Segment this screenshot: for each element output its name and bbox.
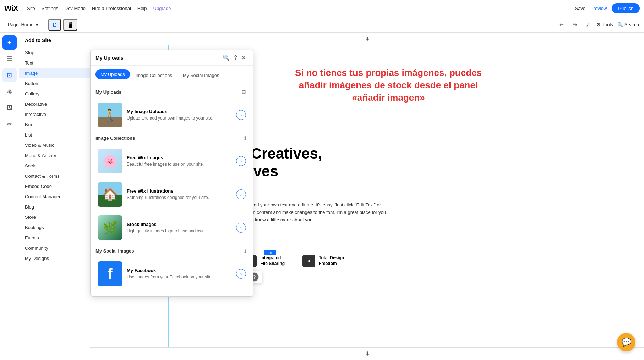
- wix-logo: WiX: [4, 4, 18, 13]
- close-panel-button[interactable]: ✕: [239, 54, 248, 62]
- wix-images-arrow-button[interactable]: ›: [236, 156, 246, 166]
- stock-info: Stock Images High quality images to purc…: [127, 222, 232, 234]
- panel-item-social[interactable]: Social: [19, 161, 90, 171]
- mobile-icon[interactable]: 📱: [63, 19, 77, 31]
- collections-section-header: Image Collections ℹ: [95, 134, 248, 142]
- panel-item-strip[interactable]: Strip: [19, 48, 90, 58]
- panel-content: My Uploads ⊞ 🚶 My Image Uploads Upload a…: [91, 82, 253, 296]
- tools-icon: ⚙: [596, 22, 601, 27]
- nav-site[interactable]: Site: [27, 6, 35, 11]
- panel-item-gallery[interactable]: Gallery: [19, 89, 90, 99]
- panel-item-bookings[interactable]: Bookings: [19, 222, 90, 233]
- nav-hire[interactable]: Hire a Professional: [92, 6, 131, 11]
- top-nav: WiX Site Settings Dev Mode Hire a Profes…: [0, 0, 644, 17]
- preview-button[interactable]: Preview: [590, 6, 607, 11]
- canvas-bottom-download-button[interactable]: ⬇: [365, 350, 370, 357]
- panel-item-events[interactable]: Events: [19, 233, 90, 243]
- help-panel-button[interactable]: ?: [232, 54, 239, 62]
- illustrations-info: Free Wix Illustrations Stunning illustra…: [127, 188, 232, 201]
- stock-images-item[interactable]: 🌿 Stock Images High quality images to pu…: [95, 212, 248, 244]
- text-badge: Text: [264, 250, 276, 255]
- add-panel: Add to Site Strip Text Image Button Gall…: [19, 33, 90, 360]
- panel-item-box[interactable]: Box: [19, 120, 90, 130]
- panel-item-image[interactable]: Image: [19, 68, 90, 78]
- panel-item-community[interactable]: Community: [19, 243, 90, 253]
- search-panel-button[interactable]: 🔍: [220, 54, 232, 62]
- panel-item-text[interactable]: Text: [19, 58, 90, 68]
- illustrations-name: Free Wix Illustrations: [127, 188, 232, 194]
- page-selector[interactable]: Page: Home ▼: [5, 21, 42, 29]
- design-freedom-label: Total DesignFreedom: [319, 255, 344, 266]
- publish-button[interactable]: Publish: [612, 3, 640, 13]
- my-facebook-item[interactable]: f My Facebook Use images from your Faceb…: [95, 258, 248, 290]
- nav-devmode[interactable]: Dev Mode: [65, 6, 86, 11]
- desktop-icon[interactable]: 🖥: [48, 19, 61, 31]
- wix-images-info: Free Wix Images Beautiful free images to…: [127, 155, 232, 167]
- tab-image-collections[interactable]: Image Collections: [131, 69, 177, 82]
- add-element-button[interactable]: +: [2, 35, 17, 50]
- panel-item-store[interactable]: Store: [19, 212, 90, 222]
- undo-button[interactable]: ↩: [557, 20, 566, 29]
- free-wix-images-item[interactable]: 🌸 Free Wix Images Beautiful free images …: [95, 145, 248, 177]
- uploads-arrow-button[interactable]: ›: [236, 110, 246, 120]
- chevron-down-icon: ▼: [35, 22, 39, 27]
- main-layout: + ☰ ⊡ ◈ 🖼 ✏ Add to Site Strip Text Image…: [0, 33, 644, 360]
- illustrations-arrow-button[interactable]: ›: [236, 189, 246, 199]
- nav-settings[interactable]: Settings: [42, 6, 58, 11]
- text-badge-container: Text: [264, 250, 276, 255]
- canvas-top-bar: ⬇: [90, 33, 644, 45]
- social-info-icon[interactable]: ℹ: [242, 247, 248, 254]
- pages-icon[interactable]: ☰: [2, 52, 17, 66]
- tab-social-images[interactable]: My Social Images: [178, 69, 224, 82]
- facebook-arrow-button[interactable]: ›: [236, 269, 246, 279]
- canvas-bottom-bar: ⬇: [90, 347, 644, 360]
- elements-icon[interactable]: ⊡: [2, 68, 17, 82]
- redo-button[interactable]: ↪: [570, 20, 579, 29]
- facebook-info: My Facebook Use images from your Faceboo…: [127, 268, 232, 280]
- nav-help[interactable]: Help: [137, 6, 147, 11]
- panel-item-embed[interactable]: Embed Code: [19, 181, 90, 192]
- media-icon[interactable]: 🖼: [2, 101, 17, 115]
- panel-item-blog[interactable]: Blog: [19, 202, 90, 212]
- add-panel-title: Add to Site: [19, 38, 90, 48]
- secondary-bar: Page: Home ▼ 🖥 📱 ↩ ↪ ⤢ ⚙ Tools 🔍 Search: [0, 17, 644, 33]
- file-sharing-label: IntegratedFile Sharing: [260, 255, 285, 266]
- panel-item-list[interactable]: List: [19, 130, 90, 140]
- panel-item-video[interactable]: Video & Music: [19, 140, 90, 150]
- panel-item-contact[interactable]: Contact & Forms: [19, 171, 90, 181]
- uploads-info: My Image Uploads Upload and add your own…: [127, 109, 232, 121]
- panel-item-content[interactable]: Content Manager: [19, 192, 90, 202]
- panel-item-menu[interactable]: Menu & Anchor: [19, 150, 90, 161]
- stock-arrow-button[interactable]: ›: [236, 223, 246, 233]
- my-uploads-grid-icon[interactable]: ⊞: [240, 88, 248, 95]
- panel-item-interactive[interactable]: Interactive: [19, 109, 90, 120]
- canvas-download-button[interactable]: ⬇: [365, 35, 370, 42]
- tab-my-uploads[interactable]: My Uploads: [95, 69, 130, 79]
- wix-images-thumbnail: 🌸: [98, 149, 122, 173]
- panel-item-mydesigns[interactable]: My Designs: [19, 253, 90, 264]
- panel-item-button[interactable]: Button: [19, 78, 90, 89]
- design-icon[interactable]: ◈: [2, 84, 17, 99]
- icon-sidebar: + ☰ ⊡ ◈ 🖼 ✏: [0, 33, 19, 360]
- my-image-uploads-item[interactable]: 🚶 My Image Uploads Upload and add your o…: [95, 99, 248, 131]
- social-section-header: My Social Images ℹ: [95, 247, 248, 254]
- design-freedom-icon: ✦: [302, 255, 315, 267]
- wix-images-name: Free Wix Images: [127, 155, 232, 160]
- search-button-secondary[interactable]: 🔍 Search: [617, 22, 639, 27]
- social-title: My Social Images: [95, 248, 134, 254]
- page-label: Page: Home: [8, 22, 33, 27]
- image-panel-header: My Uploads 🔍 ? ✕: [91, 50, 253, 66]
- facebook-thumbnail: f: [98, 261, 122, 286]
- save-button[interactable]: Save: [575, 6, 585, 11]
- chat-button[interactable]: 💬: [617, 333, 635, 351]
- fullscreen-icon[interactable]: ⤢: [583, 20, 592, 29]
- stock-thumbnail: 🌿: [98, 215, 122, 240]
- apps-icon[interactable]: ✏: [2, 117, 17, 131]
- collections-info-icon[interactable]: ℹ: [242, 134, 248, 142]
- panel-item-decorative[interactable]: Decorative: [19, 99, 90, 109]
- nav-upgrade[interactable]: Upgrade: [153, 6, 171, 11]
- tools-button[interactable]: ⚙ Tools: [596, 22, 613, 27]
- free-wix-illustrations-item[interactable]: 🏠 Free Wix Illustrations Stunning illust…: [95, 178, 248, 210]
- search-label-secondary: Search: [624, 22, 639, 27]
- uploads-name: My Image Uploads: [127, 109, 232, 114]
